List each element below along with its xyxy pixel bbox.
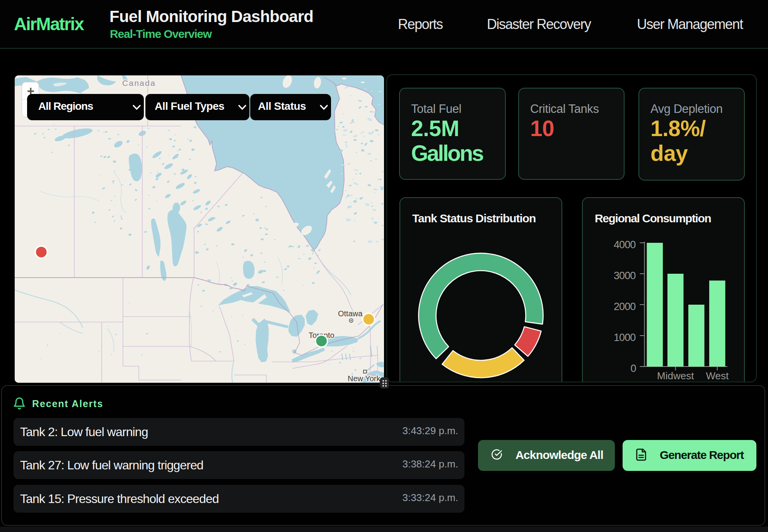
svg-text:New York: New York xyxy=(348,374,381,383)
svg-text:Canada: Canada xyxy=(122,78,156,87)
svg-text:Midwest: Midwest xyxy=(657,370,694,382)
svg-text:3000: 3000 xyxy=(614,270,635,281)
svg-text:Ottawa: Ottawa xyxy=(338,309,363,318)
svg-text:0: 0 xyxy=(631,363,636,374)
svg-text:2000: 2000 xyxy=(614,301,635,312)
svg-text:West: West xyxy=(706,370,729,382)
svg-text:1000: 1000 xyxy=(614,332,635,343)
svg-text:4000: 4000 xyxy=(614,239,635,251)
